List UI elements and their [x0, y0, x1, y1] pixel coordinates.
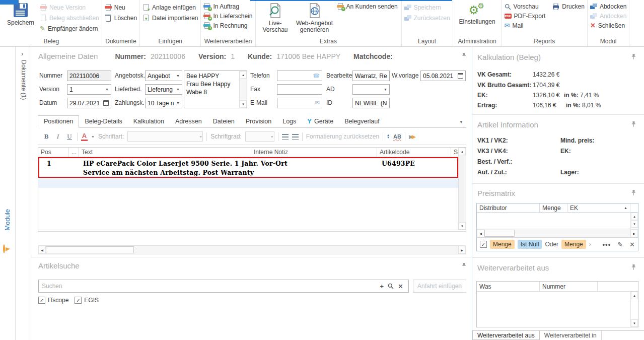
in-auftrag-button[interactable]: + In Auftrag — [203, 3, 252, 10]
selected-empty-row[interactable] — [38, 178, 458, 188]
column-header-pos[interactable]: Pos — [38, 148, 69, 157]
datum-field[interactable]: 29.07.2021 — [67, 98, 111, 108]
itscope-checkbox-row[interactable]: ✓ ITscope — [38, 297, 68, 304]
spellcheck-button[interactable]: AB — [393, 133, 401, 140]
datei-importieren-button[interactable]: ▼ Datei importieren — [142, 15, 198, 22]
column-header-nummer[interactable]: Nummer — [540, 282, 598, 291]
ad-select[interactable]: ▼ — [352, 84, 390, 95]
pin-icon[interactable] — [631, 54, 636, 60]
checkbox-checked-icon[interactable]: ✓ — [38, 297, 45, 304]
column-header-text[interactable]: Text — [79, 148, 251, 157]
numbered-list-icon[interactable] — [292, 134, 299, 140]
abdocken-button[interactable]: Abdocken — [590, 3, 626, 10]
in-lieferschein-button[interactable]: + In Lieferschein — [203, 13, 252, 20]
egis-checkbox-row[interactable]: ✓ EGIS — [75, 297, 99, 304]
address-scrollbar[interactable]: ▲ ▼ — [239, 71, 247, 108]
schriftgrad-select[interactable]: ▼ — [245, 131, 274, 142]
preismatrix-horizontal-scrollbar[interactable]: ◀ ▶ — [477, 229, 638, 237]
scroll-up-icon[interactable]: ▲ — [240, 71, 247, 79]
angebotsk-select[interactable]: Angebot▼ — [145, 71, 182, 81]
filter-field-chip[interactable]: Menge — [490, 240, 515, 249]
tab-belegverlauf[interactable]: Belegverlauf — [339, 116, 385, 127]
andocken-button[interactable]: Andocken — [590, 13, 626, 20]
preismatrix-vertical-scrollbar[interactable]: ▲ ▼ — [630, 213, 638, 229]
scroll-down-icon[interactable]: ▼ — [459, 222, 466, 230]
module-strip-label[interactable]: Module — [4, 209, 11, 231]
live-vorschau-button[interactable]: Live-Vorschau — [258, 0, 293, 33]
column-header-interne-notiz[interactable]: Interne Notiz — [251, 148, 377, 157]
email-field[interactable]: ✉ — [277, 98, 322, 108]
module-strip[interactable]: Module — [0, 47, 16, 340]
tab-beleg-details[interactable]: Beleg-Details — [79, 116, 127, 127]
checkbox-checked-icon[interactable]: ✓ — [75, 297, 82, 304]
lieferbed-select[interactable]: Lieferung▼ — [145, 84, 182, 95]
beleg-abschliessen-button[interactable]: ✓ Beleg abschließen — [40, 15, 99, 22]
filter-close-icon[interactable]: ✕ — [629, 241, 635, 248]
scroll-down-icon[interactable]: ▼ — [631, 319, 638, 327]
schliessen-button[interactable]: ✕ Schließen — [590, 22, 626, 29]
underline-button[interactable]: U — [65, 132, 74, 141]
column-header-artikelcode[interactable]: Artikelcode — [377, 148, 451, 157]
scroll-up-icon[interactable]: ▲ — [631, 213, 638, 220]
calendar-icon[interactable] — [103, 100, 109, 106]
reset-formatting-button[interactable]: Formatierung zurücksetzen — [306, 133, 379, 140]
scroll-up-icon[interactable]: ▲ — [631, 292, 638, 299]
an-kunden-senden-button[interactable]: + An Kunden senden — [337, 3, 398, 10]
double-arrow-icon[interactable]: ▶▶ — [409, 133, 414, 140]
line-spacing-icon[interactable]: ▲▼ — [387, 134, 390, 139]
nummer-field[interactable]: 202110006 — [67, 71, 111, 81]
drucken-button[interactable]: Drucken — [552, 3, 585, 10]
tab-positionen[interactable]: Positionen — [38, 115, 79, 128]
layout-zuruecksetzen-button[interactable]: Zurücksetzen — [404, 15, 450, 22]
scroll-left-icon[interactable]: ◀ — [38, 246, 46, 254]
pin-icon[interactable] — [462, 263, 466, 269]
scroll-up-icon[interactable]: ▲ — [459, 148, 466, 155]
scroll-down-icon[interactable]: ▼ — [240, 100, 247, 108]
web-angebot-button[interactable]: Web-Angebot generieren — [295, 0, 335, 33]
expand-chevron-icon[interactable]: › — [21, 50, 23, 57]
wvorlage-field[interactable]: 05.08.2021 — [420, 71, 466, 81]
empfaenger-aendern-button[interactable]: ✎ Empfänger ändern — [40, 25, 99, 32]
schriftart-select[interactable]: ▼ — [127, 131, 203, 142]
in-rechnung-button[interactable]: + In Rechnung — [203, 22, 252, 29]
scroll-left-icon[interactable]: ◀ — [477, 229, 484, 237]
dokumente-strip-label[interactable]: Dokumente (1) — [20, 60, 27, 100]
column-header-st[interactable]: St — [451, 148, 458, 157]
bearbeiter-select[interactable]: Warratz, Re▼ — [352, 71, 390, 81]
add-icon[interactable]: + — [378, 283, 386, 290]
artikel-search-input[interactable] — [42, 283, 378, 290]
column-header-menge[interactable]: Menge — [540, 203, 567, 212]
pin-icon[interactable] — [631, 264, 636, 270]
neue-version-button[interactable]: Neue Version — [40, 4, 99, 11]
pin-icon[interactable] — [631, 190, 636, 196]
filter-more-icon[interactable]: ••• — [603, 241, 611, 248]
clear-search-icon[interactable]: ✕ — [396, 283, 405, 290]
vorschau-button[interactable]: Vorschau — [505, 3, 546, 10]
filter-operator-chip[interactable]: Ist Null — [518, 240, 542, 249]
pin-icon[interactable] — [631, 121, 636, 127]
tab-adressen[interactable]: Adressen — [170, 116, 207, 127]
scrollbar-thumb[interactable] — [46, 246, 134, 253]
anlage-einfuegen-button[interactable]: ▼ Anlage einfügen — [142, 4, 198, 11]
zahlungsk-select[interactable]: 10 Tage n▼ — [145, 98, 182, 108]
filter-enabled-checkbox[interactable]: ✓ — [480, 241, 487, 248]
pdf-export-button[interactable]: PDF-Export — [505, 13, 546, 20]
filter-field-chip[interactable]: Menge — [561, 240, 586, 249]
id-select[interactable]: NEWBIE (N▼ — [352, 98, 390, 108]
anfahrt-einfuegen-button[interactable]: Anfahrt einfügen — [413, 280, 466, 293]
scrollbar-thumb[interactable] — [484, 230, 515, 237]
tab-overflow-dropdown-icon[interactable]: ▼ — [456, 120, 466, 127]
search-icon[interactable] — [386, 283, 396, 289]
einstellungen-button[interactable]: ⚙⚙ Einstellungen — [456, 0, 499, 25]
italic-button[interactable]: I — [54, 132, 62, 141]
pin-icon[interactable] — [462, 53, 466, 59]
tab-weiterverarbeitet-in[interactable]: Weiterverarbeitet in — [540, 331, 602, 340]
positions-horizontal-scrollbar[interactable]: ◀ ▶ — [38, 245, 466, 254]
bullet-list-icon[interactable] — [282, 134, 289, 140]
column-header-ek[interactable]: EK▲ — [567, 203, 630, 212]
bold-button[interactable]: B — [42, 132, 50, 141]
neu-button[interactable]: Neu — [105, 4, 137, 11]
column-header-dots[interactable]: ... — [69, 148, 79, 157]
tab-kalkulation[interactable]: Kalkulation — [128, 116, 170, 127]
layout-speichern-button[interactable]: Speichern — [404, 4, 450, 11]
